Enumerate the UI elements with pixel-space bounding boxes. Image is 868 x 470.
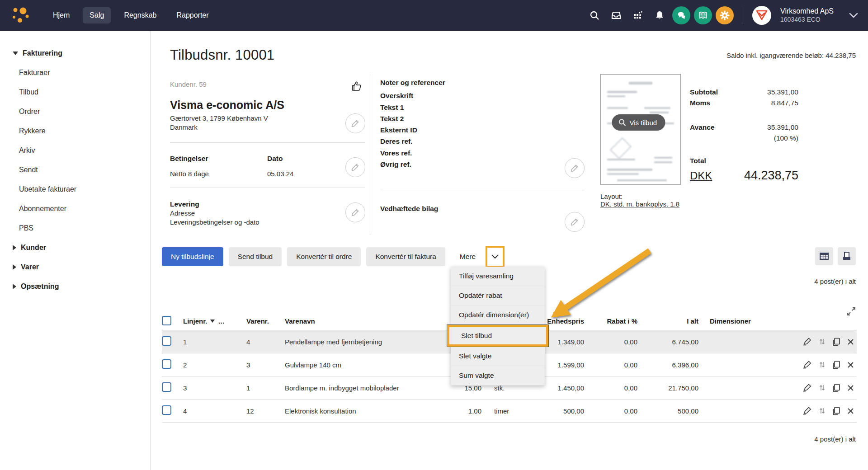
delete-line-icon[interactable] [847,362,854,368]
search-icon[interactable] [585,6,604,24]
settings-gear-icon[interactable] [716,6,734,24]
sidebar-section-opsaetning[interactable]: Opsætning [0,277,150,296]
delivery-label: Levering [170,200,365,209]
cell-varenavn: Elektronisk konsultation [285,407,448,415]
cell-varenr: 4 [246,338,285,346]
notes-title: Noter og referencer [380,77,585,88]
chevron-expanded-icon [13,52,18,55]
e-conomic-logo-icon[interactable] [11,6,31,24]
cell-linjenr: 1 [183,338,246,346]
currency-link[interactable]: DKK [690,167,712,184]
nav-item-salg[interactable]: Salg [83,7,111,24]
notes-item-deres-ref: Deres ref. [380,136,585,147]
edit-line-icon[interactable] [802,384,812,392]
copy-line-icon[interactable] [832,361,840,369]
edit-line-icon[interactable] [802,338,812,346]
chevron-collapsed-icon [13,284,16,289]
row-checkbox[interactable] [162,359,171,369]
sidebar-item-arkiv[interactable]: Arkiv [0,141,150,160]
copy-line-icon[interactable] [832,407,840,415]
menu-item-tilfoj-varesamling[interactable]: Tilføj varesamling [451,267,545,286]
sidebar-item-pbs[interactable]: PBS [0,218,150,238]
sidebar-item-abonnementer[interactable]: Abonnementer [0,199,150,218]
sidebar-item-sendt[interactable]: Sendt [0,160,150,179]
inbox-icon[interactable] [607,6,625,24]
delivery-line2: Leveringsbetingelser og -dato [170,218,365,227]
layout-link[interactable]: DK. std. m. bankoplys. 1.8 [600,200,679,208]
sidebar-item-ordrer[interactable]: Ordrer [0,102,150,121]
cell-linjenr: 4 [183,407,246,415]
notifications-bell-icon[interactable] [651,6,669,24]
chevron-down-icon [491,254,499,259]
menu-item-sum-valgte[interactable]: Sum valgte [451,366,545,385]
new-offer-line-button[interactable]: Ny tilbudslinje [162,247,223,266]
cell-varenavn: Gulvlampe 140 cm [285,361,448,369]
nav-item-hjem[interactable]: Hjem [46,7,76,24]
row-checkbox[interactable] [162,405,171,415]
table-settings-button[interactable] [815,247,833,265]
cell-varenavn: Bordlampe m. indbygget mobiloplader [285,384,448,392]
delete-line-icon[interactable] [847,408,854,414]
select-all-checkbox[interactable] [162,316,171,325]
nav-item-regnskab[interactable]: Regnskab [117,7,163,24]
attachments-label: Vedhæftede bilag [380,205,585,213]
customer-number: Kundenr. 59 [170,80,207,94]
sidebar-item-rykkere[interactable]: Rykkere [0,121,150,141]
sidebar: Fakturering Fakturaer Tilbud Ordrer Rykk… [0,31,151,470]
sidebar-section-fakturering[interactable]: Fakturering [0,43,150,63]
account-chevron-down-icon[interactable] [849,13,858,18]
sidebar-item-fakturaer[interactable]: Fakturaer [0,63,150,82]
row-checkbox[interactable] [162,382,171,392]
menu-item-slet-tilbud[interactable]: Slet tilbud [447,325,548,347]
help-book-icon[interactable] [694,6,712,24]
edit-terms-button[interactable] [345,157,365,177]
view-offer-button[interactable]: Vis tilbud [612,114,665,131]
delete-line-icon[interactable] [847,338,854,345]
thumbs-up-icon[interactable] [351,80,363,94]
move-line-icon[interactable] [819,384,825,391]
expand-table-icon[interactable] [847,307,856,318]
page-title: Tilbudsnr. 10001 [170,47,274,63]
print-button[interactable] [838,247,856,265]
copy-line-icon[interactable] [832,338,840,346]
delete-line-icon[interactable] [847,385,854,391]
edit-attachments-button[interactable] [565,212,585,232]
row-checkbox[interactable] [162,336,171,346]
convert-to-invoice-button[interactable]: Konvertér til faktura [366,247,445,266]
header-linjenr[interactable]: Linjenr. … [183,317,246,325]
edit-notes-button[interactable] [565,158,585,178]
divider [380,190,585,190]
edit-delivery-button[interactable] [345,202,365,222]
apps-grid-icon[interactable] [629,6,647,24]
send-offer-button[interactable]: Send tilbud [229,247,282,266]
table-row: 4 12 Elektronisk konsultation 1,00 timer… [162,400,857,423]
sidebar-item-ubetalte-fakturaer[interactable]: Ubetalte fakturaer [0,179,150,199]
divider [170,188,365,188]
column-menu-icon[interactable]: … [218,317,225,325]
sidebar-section-kunder[interactable]: Kunder [0,238,150,257]
nav-item-rapporter[interactable]: Rapporter [170,7,215,24]
move-line-icon[interactable] [819,338,825,345]
edit-line-icon[interactable] [802,407,812,415]
menu-item-opdater-dimensioner[interactable]: Opdatér dimension(er) [451,306,545,325]
company-avatar[interactable] [752,6,771,25]
more-dropdown-toggle[interactable] [486,246,505,268]
layout-label: Layout: [600,193,856,200]
chat-support-icon[interactable] [672,6,690,24]
edit-line-icon[interactable] [802,361,812,369]
cell-ialt: 6.396,00 [637,361,698,369]
menu-item-opdater-rabat[interactable]: Opdatér rabat [451,286,545,306]
cell-varenr: 1 [246,384,285,392]
company-info[interactable]: Virksomhed ApS 1603463 ECO [780,7,834,24]
menu-item-slet-valgte[interactable]: Slet valgte [451,347,545,366]
move-line-icon[interactable] [819,361,825,368]
sidebar-item-tilbud[interactable]: Tilbud [0,82,150,102]
convert-to-order-button[interactable]: Konvertér til ordre [287,247,361,266]
delivery-line1: Adresse [170,209,365,218]
move-line-icon[interactable] [819,407,825,414]
document-preview-thumbnail[interactable]: Vis tilbud [600,74,681,185]
edit-customer-button[interactable] [345,113,365,133]
more-button[interactable]: Mere [451,247,480,266]
sidebar-section-varer[interactable]: Varer [0,257,150,277]
copy-line-icon[interactable] [832,384,840,392]
